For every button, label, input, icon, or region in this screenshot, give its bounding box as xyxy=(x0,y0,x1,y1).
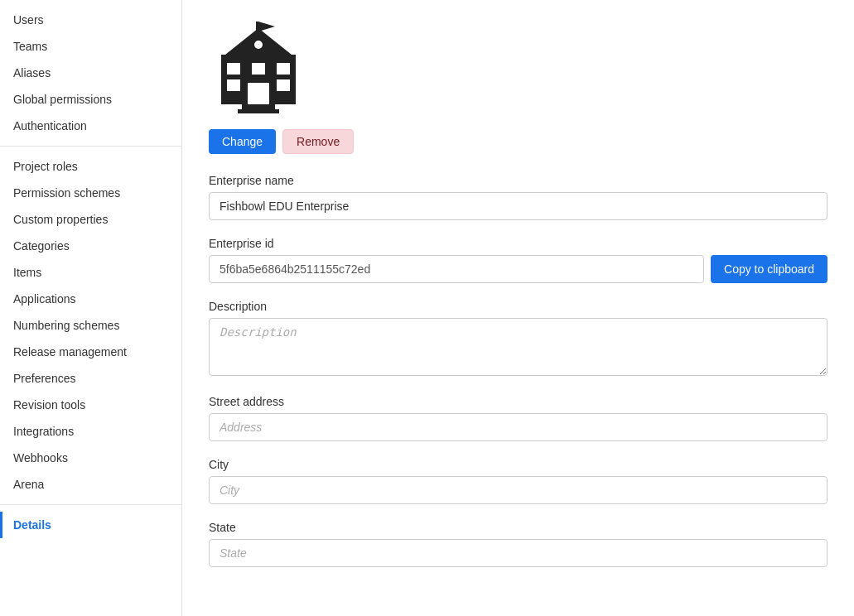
svg-rect-9 xyxy=(277,79,290,91)
enterprise-name-input[interactable] xyxy=(209,192,827,220)
sidebar-divider xyxy=(0,504,181,505)
sidebar-item-details[interactable]: Details xyxy=(0,512,181,538)
sidebar-item-aliases[interactable]: Aliases xyxy=(0,60,181,86)
sidebar-item-authentication[interactable]: Authentication xyxy=(0,113,181,139)
remove-button[interactable]: Remove xyxy=(282,129,354,154)
state-label: State xyxy=(209,521,827,534)
main-content: Change Remove Enterprise name Enterprise… xyxy=(182,0,854,616)
street-address-group: Street address xyxy=(209,395,827,441)
svg-rect-8 xyxy=(227,79,240,91)
state-input[interactable] xyxy=(209,539,827,567)
svg-rect-4 xyxy=(248,83,269,104)
enterprise-id-label: Enterprise id xyxy=(209,237,827,250)
enterprise-id-input xyxy=(209,255,704,283)
svg-rect-7 xyxy=(252,63,265,75)
logo-area: Change Remove xyxy=(209,20,827,154)
street-address-input[interactable] xyxy=(209,413,827,441)
enterprise-name-group: Enterprise name xyxy=(209,174,827,220)
sidebar-item-teams[interactable]: Teams xyxy=(0,33,181,60)
enterprise-id-row: Copy to clipboard xyxy=(209,255,827,283)
enterprise-logo-icon xyxy=(209,20,308,119)
sidebar-divider xyxy=(0,146,181,147)
sidebar-item-revision-tools[interactable]: Revision tools xyxy=(0,392,181,418)
svg-rect-12 xyxy=(238,109,279,113)
copy-to-clipboard-button[interactable]: Copy to clipboard xyxy=(711,255,827,283)
svg-rect-6 xyxy=(277,63,290,75)
description-group: Description xyxy=(209,300,827,378)
sidebar-item-integrations[interactable]: Integrations xyxy=(0,418,181,445)
description-input[interactable] xyxy=(209,318,827,376)
change-button[interactable]: Change xyxy=(209,129,276,154)
sidebar-item-arena[interactable]: Arena xyxy=(0,471,181,498)
description-label: Description xyxy=(209,300,827,313)
svg-rect-5 xyxy=(227,63,240,75)
sidebar-item-permission-schemes[interactable]: Permission schemes xyxy=(0,180,181,206)
sidebar-item-release-management[interactable]: Release management xyxy=(0,339,181,365)
sidebar: UsersTeamsAliasesGlobal permissionsAuthe… xyxy=(0,0,182,616)
sidebar-item-applications[interactable]: Applications xyxy=(0,286,181,312)
sidebar-item-users[interactable]: Users xyxy=(0,7,181,33)
sidebar-item-custom-properties[interactable]: Custom properties xyxy=(0,206,181,233)
sidebar-item-categories[interactable]: Categories xyxy=(0,233,181,259)
sidebar-item-preferences[interactable]: Preferences xyxy=(0,365,181,392)
street-address-label: Street address xyxy=(209,395,827,408)
svg-marker-1 xyxy=(258,22,275,31)
svg-point-10 xyxy=(253,40,263,50)
enterprise-id-group: Enterprise id Copy to clipboard xyxy=(209,237,827,283)
enterprise-name-label: Enterprise name xyxy=(209,174,827,187)
city-label: City xyxy=(209,458,827,471)
city-input[interactable] xyxy=(209,476,827,504)
state-group: State xyxy=(209,521,827,567)
sidebar-item-numbering-schemes[interactable]: Numbering schemes xyxy=(0,312,181,339)
sidebar-item-global-permissions[interactable]: Global permissions xyxy=(0,86,181,113)
sidebar-item-items[interactable]: Items xyxy=(0,259,181,286)
svg-rect-11 xyxy=(242,104,275,109)
logo-buttons: Change Remove xyxy=(209,129,354,154)
sidebar-item-project-roles[interactable]: Project roles xyxy=(0,153,181,180)
sidebar-item-webhooks[interactable]: Webhooks xyxy=(0,445,181,471)
city-group: City xyxy=(209,458,827,504)
